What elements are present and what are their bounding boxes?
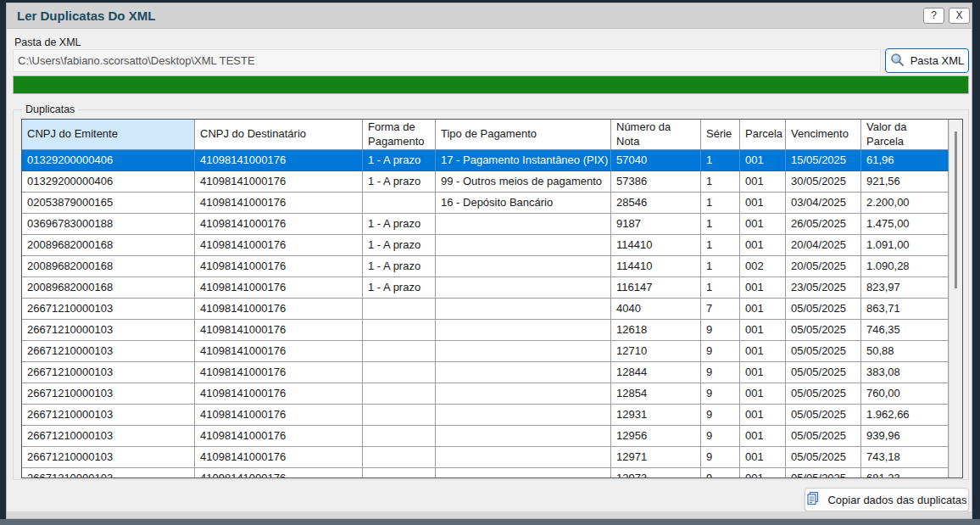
table-cell[interactable] xyxy=(436,256,611,277)
table-cell[interactable]: 9 xyxy=(701,426,740,447)
table-cell[interactable]: 41098141000176 xyxy=(195,214,363,235)
table-cell[interactable]: 001 xyxy=(740,468,786,478)
table-cell[interactable]: 1 - A prazo xyxy=(363,150,436,171)
table-cell[interactable]: 823,97 xyxy=(861,277,949,299)
column-header[interactable]: Vencimento xyxy=(786,120,861,150)
table-cell[interactable] xyxy=(436,235,611,256)
table-cell[interactable]: 001 xyxy=(740,214,786,235)
table-cell[interactable]: 26671210000103 xyxy=(22,320,195,341)
table-cell[interactable]: 1 - A prazo xyxy=(363,277,436,299)
column-header[interactable]: Série xyxy=(701,120,740,150)
table-cell[interactable]: 41098141000176 xyxy=(195,150,363,171)
table-cell[interactable] xyxy=(436,299,611,320)
table-cell[interactable]: 41098141000176 xyxy=(195,256,363,277)
table-cell[interactable]: 57040 xyxy=(611,150,701,171)
table-cell[interactable]: 02053879000165 xyxy=(22,193,195,214)
table-cell[interactable]: 41098141000176 xyxy=(195,171,363,193)
table-row[interactable]: 20089682000168410981410001761 - A prazo1… xyxy=(22,235,949,256)
table-cell[interactable] xyxy=(436,214,611,235)
table-row[interactable]: 266712100001034109814100017612931900105/… xyxy=(22,405,949,426)
table-cell[interactable] xyxy=(363,426,436,447)
table-cell[interactable]: 05/05/2025 xyxy=(786,341,861,362)
table-cell[interactable]: 26671210000103 xyxy=(22,447,195,468)
table-cell[interactable]: 05/05/2025 xyxy=(786,362,861,383)
table-cell[interactable]: 05/05/2025 xyxy=(786,383,861,405)
table-cell[interactable]: 001 xyxy=(740,171,786,193)
table-row[interactable]: 020538790001654109814100017616 - Depósit… xyxy=(22,193,949,214)
table-cell[interactable] xyxy=(363,193,436,214)
table-row[interactable]: 266712100001034109814100017612618900105/… xyxy=(22,320,949,341)
table-cell[interactable]: 001 xyxy=(740,426,786,447)
table-cell[interactable]: 9187 xyxy=(611,214,701,235)
table-cell[interactable]: 41098141000176 xyxy=(195,405,363,426)
table-row[interactable]: 266712100001034109814100017612973900105/… xyxy=(22,468,949,478)
table-cell[interactable]: 9 xyxy=(701,447,740,468)
table-cell[interactable]: 05/05/2025 xyxy=(786,468,861,478)
table-cell[interactable]: 1 - A prazo xyxy=(363,235,436,256)
table-cell[interactable]: 15/05/2025 xyxy=(786,150,861,171)
table-row[interactable]: 266712100001034109814100017612710900105/… xyxy=(22,341,949,362)
table-cell[interactable]: 001 xyxy=(740,193,786,214)
table-cell[interactable]: 9 xyxy=(701,362,740,383)
table-cell[interactable]: 001 xyxy=(740,320,786,341)
table-cell[interactable]: 1.475,00 xyxy=(861,214,949,235)
scrollbar-thumb[interactable] xyxy=(955,131,957,288)
table-cell[interactable]: 41098141000176 xyxy=(195,320,363,341)
table-cell[interactable]: 05/05/2025 xyxy=(786,320,861,341)
table-row[interactable]: 26671210000103410981410001764040700105/0… xyxy=(22,299,949,320)
table-cell[interactable] xyxy=(363,341,436,362)
table-cell[interactable]: 1 xyxy=(701,277,740,299)
table-cell[interactable] xyxy=(363,468,436,478)
table-cell[interactable]: 760,00 xyxy=(861,383,949,405)
table-cell[interactable]: 03696783000188 xyxy=(22,214,195,235)
table-cell[interactable]: 12973 xyxy=(611,468,701,478)
table-cell[interactable]: 41098141000176 xyxy=(195,299,363,320)
table-cell[interactable]: 57386 xyxy=(611,171,701,193)
table-cell[interactable]: 99 - Outros meios de pagamento xyxy=(436,171,611,193)
table-cell[interactable]: 50,88 xyxy=(861,341,949,362)
table-cell[interactable]: 1 - A prazo xyxy=(363,171,436,193)
table-cell[interactable]: 1 xyxy=(701,171,740,193)
table-row[interactable]: 20089682000168410981410001761 - A prazo1… xyxy=(22,256,949,277)
table-cell[interactable]: 20089682000168 xyxy=(22,277,195,299)
table-cell[interactable]: 05/05/2025 xyxy=(786,426,861,447)
table-cell[interactable]: 12618 xyxy=(611,320,701,341)
table-cell[interactable]: 116147 xyxy=(611,277,701,299)
table-row[interactable]: 20089682000168410981410001761 - A prazo1… xyxy=(22,277,949,299)
table-cell[interactable]: 41098141000176 xyxy=(195,362,363,383)
table-cell[interactable] xyxy=(363,405,436,426)
table-cell[interactable]: 61,96 xyxy=(861,150,949,171)
table-cell[interactable]: 1.091,00 xyxy=(861,235,949,256)
table-cell[interactable]: 12710 xyxy=(611,341,701,362)
table-cell[interactable]: 12956 xyxy=(611,426,701,447)
table-cell[interactable]: 23/05/2025 xyxy=(786,277,861,299)
table-cell[interactable]: 30/05/2025 xyxy=(786,171,861,193)
table-cell[interactable]: 41098141000176 xyxy=(195,468,363,478)
table-cell[interactable]: 1 - A prazo xyxy=(363,214,436,235)
table-cell[interactable]: 001 xyxy=(740,362,786,383)
table-cell[interactable]: 41098141000176 xyxy=(195,383,363,405)
table-cell[interactable]: 41098141000176 xyxy=(195,235,363,256)
table-cell[interactable]: 12931 xyxy=(611,405,701,426)
table-cell[interactable]: 26/05/2025 xyxy=(786,214,861,235)
table-cell[interactable]: 746,35 xyxy=(861,320,949,341)
table-cell[interactable]: 2.200,00 xyxy=(861,193,949,214)
table-cell[interactable] xyxy=(436,405,611,426)
table-cell[interactable]: 001 xyxy=(740,277,786,299)
column-header[interactable]: Valor da Parcela xyxy=(861,120,949,150)
table-cell[interactable] xyxy=(436,362,611,383)
table-cell[interactable]: 9 xyxy=(701,405,740,426)
table-cell[interactable]: 03/04/2025 xyxy=(786,193,861,214)
table-cell[interactable]: 1 xyxy=(701,193,740,214)
table-row[interactable]: 266712100001034109814100017612854900105/… xyxy=(22,383,949,405)
table-cell[interactable] xyxy=(436,341,611,362)
table-row[interactable]: 266712100001034109814100017612971900105/… xyxy=(22,447,949,468)
table-cell[interactable]: 26671210000103 xyxy=(22,468,195,478)
table-cell[interactable]: 114410 xyxy=(611,256,701,277)
table-cell[interactable]: 1.090,28 xyxy=(861,256,949,277)
column-header[interactable]: Parcela xyxy=(740,120,786,150)
table-cell[interactable]: 9 xyxy=(701,468,740,478)
help-button[interactable]: ? xyxy=(923,8,944,24)
table-cell[interactable]: 26671210000103 xyxy=(22,341,195,362)
table-cell[interactable]: 20089682000168 xyxy=(22,256,195,277)
